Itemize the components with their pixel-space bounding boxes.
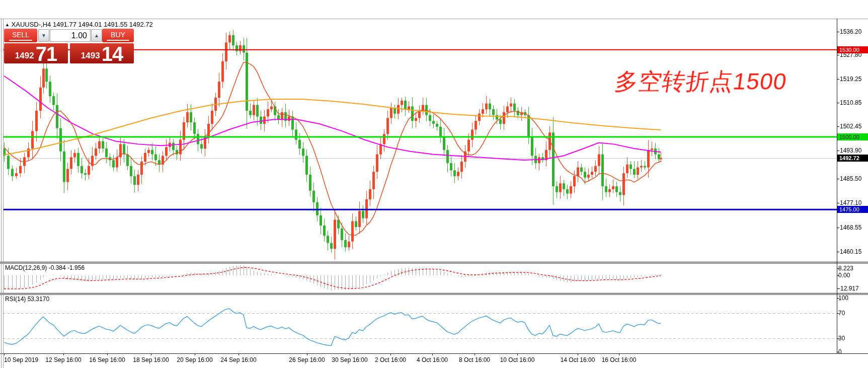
time-axis-tick: 4 Oct 16:00 <box>417 356 448 363</box>
rsi-axis-tick: 70 <box>838 310 845 317</box>
time-axis-tick: 20 Sep 16:00 <box>177 356 212 363</box>
volume-input[interactable] <box>50 29 91 42</box>
time-axis-tick: 10 Oct 16:00 <box>500 356 535 363</box>
current-price-badge: 1492.72 <box>837 155 868 162</box>
price-axis-tick: 1536.20 <box>840 28 861 35</box>
time-axis-tick: 14 Oct 16:00 <box>561 356 595 363</box>
symbol-title: ▲ XAUUSD-,H4 1491.77 1494.01 1491.55 149… <box>5 21 153 28</box>
rsi-axis-tick: 30 <box>838 335 845 342</box>
macd-axis-tick: 0.00 <box>838 272 850 279</box>
time-axis-tick: 16 Sep 16:00 <box>89 356 125 363</box>
trading-app-window: E F A T M1M5M15M30H <box>0 0 868 368</box>
sell-underline <box>9 40 32 41</box>
rsi-axis-tick: 100 <box>838 295 848 302</box>
sell-price-button[interactable]: 1492 71 <box>4 43 68 63</box>
time-axis-tick: 8 Oct 16:00 <box>459 356 490 363</box>
window-left-border <box>1 19 2 368</box>
rsi-axis-tick: 0 <box>838 348 842 355</box>
price-level-badge: 1500.00 <box>837 133 868 140</box>
time-axis-tick: 2 Oct 16:00 <box>375 356 406 363</box>
price-axis-tick: 1510.85 <box>840 99 861 106</box>
collapse-arrow-icon[interactable]: ▲ <box>5 22 10 27</box>
buy-underline <box>107 40 129 41</box>
volume-decrease-button[interactable]: ▼ <box>38 29 49 42</box>
macd-axis-tick: 8.223 <box>838 265 853 272</box>
buy-price-main: 1493 <box>81 51 100 61</box>
symbol-period-label: XAUUSD-,H4 <box>12 21 51 28</box>
buy-price-pips: 14 <box>102 44 123 63</box>
macd-label: MACD(12,26,9) -0.384 -1.956 <box>5 264 85 271</box>
sell-price-pips: 71 <box>36 44 57 63</box>
time-axis-tick: 24 Sep 16:00 <box>220 356 256 363</box>
price-axis-tick: 1485.50 <box>840 175 861 182</box>
chart-annotation-text: 多空转折点1500 <box>613 66 789 98</box>
buy-button[interactable]: BUY <box>102 29 134 42</box>
time-axis-tick: 16 Oct 16:00 <box>602 356 637 363</box>
price-level-badge: 1475.00 <box>837 206 868 213</box>
time-axis-tick: 18 Sep 16:00 <box>133 356 169 363</box>
sell-button[interactable]: SELL <box>4 29 37 42</box>
macd-axis-tick: -12.917 <box>838 285 859 292</box>
price-axis-tick: 1477.10 <box>840 199 861 206</box>
price-axis-tick: 1460.15 <box>840 248 861 255</box>
time-axis-tick: 12 Sep 16:00 <box>45 356 81 363</box>
time-axis-tick: 30 Sep 16:00 <box>332 356 367 363</box>
buy-price-button[interactable]: 1493 14 <box>70 43 134 63</box>
price-axis-tick: 1468.55 <box>840 224 861 231</box>
time-axis-tick: 26 Sep 16:00 <box>289 356 325 363</box>
price-axis-tick: 1519.25 <box>840 76 861 83</box>
price-axis-tick: 1493.90 <box>840 147 861 154</box>
one-click-trading-panel: SELL ▼ ▲ BUY 1492 71 1493 14 <box>4 29 134 63</box>
time-axis-tick: 10 Sep 2019 <box>4 356 38 363</box>
price-axis-tick: 1502.45 <box>840 123 861 130</box>
buy-button-label: BUY <box>111 31 125 39</box>
volume-increase-button[interactable]: ▲ <box>91 29 102 42</box>
sell-button-label: SELL <box>12 31 29 39</box>
ohlc-values: 1491.77 1494.01 1491.55 1492.72 <box>53 21 153 28</box>
price-level-badge: 1530.00 <box>837 46 868 53</box>
sell-price-main: 1492 <box>15 51 34 61</box>
rsi-label: RSI(14) 53.3170 <box>5 296 49 303</box>
